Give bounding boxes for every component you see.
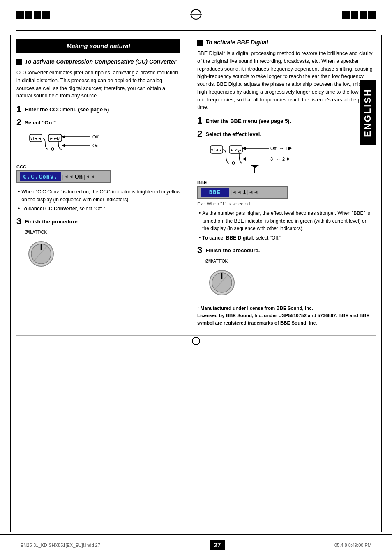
bottom-bar: EN25-31_KD-SHX851[EX_EU]f.indd 27 27 05.…	[0, 534, 392, 555]
page-number: 27	[210, 540, 225, 550]
ccc-bullet-1: • When "C.C.Conv." is turned on, the CCC…	[18, 188, 180, 203]
bottom-crosshair	[191, 336, 201, 347]
ccc-label: CCC	[16, 164, 180, 169]
ccc-value-display: On	[75, 173, 83, 180]
ccc-right-icon: |◄◄	[84, 174, 95, 180]
bbe-knob-svg	[205, 264, 238, 297]
svg-marker-33	[287, 157, 290, 161]
ccc-display-area: CCC C.C.Conv. |◄◄ On |◄◄	[16, 164, 180, 183]
ccc-bullet-2: • To cancel CC Converter, select "Off."	[18, 205, 180, 213]
top-left-marks	[16, 11, 50, 19]
svg-point-13	[51, 148, 54, 150]
svg-text:►►|∧: ►►|∧	[49, 136, 60, 140]
english-side-label: ENGLISH	[360, 80, 376, 145]
right-column: To activate BBE Digital BBE Digital* is …	[189, 39, 376, 327]
ccc-body-text: CC Converter eliminates jitter and rippl…	[16, 69, 180, 100]
ccc-knob-svg	[25, 235, 58, 268]
ccc-selector-diagram: ∨|◄◄ ►►|∧ Off On	[29, 131, 180, 161]
svg-text:↔: ↔	[276, 157, 281, 161]
svg-text:Off: Off	[92, 134, 99, 139]
bottom-crosshair-area	[16, 335, 376, 348]
right-margin-line	[381, 35, 382, 532]
svg-marker-23	[242, 147, 246, 150]
subsection-title-bbe: To activate BBE Digital	[197, 39, 376, 46]
left-column: Making sound natural To activate Compres…	[16, 39, 189, 327]
bbe-mid-icon: |◄◄	[231, 189, 242, 195]
bbe-right-icon: |◄◄	[247, 189, 258, 195]
step-2-bbe-text: Select the effect level.	[205, 129, 261, 137]
black-square-bbe-icon	[197, 40, 203, 46]
left-margin-line	[10, 35, 11, 532]
bottom-left-text: EN25-31_KD-SHX851[EX_EU]f.indd 27	[21, 543, 100, 548]
ccc-knob-area: Ø/II/ATT/OK	[25, 230, 180, 269]
step-2-text: Select "On."	[25, 118, 56, 126]
svg-marker-8	[62, 135, 65, 138]
step-3-bbe-num: 3	[197, 246, 202, 255]
svg-text:►►|∧: ►►|∧	[230, 148, 241, 152]
step-1-ccc: 1 Enter the CCC menu (see page 5).	[16, 105, 180, 114]
bbe-selector-diagram: ∨|◄◄ ►►|∧ Off ↔ 1 3 ↔ 2	[210, 143, 376, 177]
svg-text:∨|◄◄: ∨|◄◄	[211, 148, 222, 152]
section-title: Making sound natural	[16, 39, 180, 53]
bbe-bullets: • As the number gets higher, the effect …	[197, 210, 376, 242]
subsection-title-ccc: To activate Compression Compensative (CC…	[16, 58, 180, 65]
bbe-bullet-1: • As the number gets higher, the effect …	[199, 210, 376, 233]
svg-marker-27	[288, 147, 292, 150]
center-crosshair	[190, 8, 202, 22]
step-3-text: Finish the procedure.	[25, 217, 79, 225]
step-3-bbe-text: Finish the procedure.	[205, 246, 260, 253]
ccc-mid-icon: |◄◄	[62, 174, 74, 180]
step-2-num: 2	[16, 118, 21, 127]
step-2-ccc: 2 Select "On."	[16, 118, 180, 127]
svg-text:1: 1	[286, 146, 288, 151]
step-3-num: 3	[16, 217, 21, 226]
bbe-bullet-2: • To cancel BBE Digital, select "Off."	[199, 234, 376, 242]
bbe-ex-text: Ex.: When "1" is selected	[197, 201, 376, 206]
svg-text:3: 3	[270, 157, 273, 161]
bbe-label: BBE	[197, 180, 376, 185]
step-2-bbe: 2 Select the effect level.	[197, 129, 376, 138]
svg-text:2: 2	[282, 157, 285, 161]
bbe-value-display: 1	[243, 189, 246, 196]
step-1-bbe: 1 Enter the BBE menu (see page 5).	[197, 116, 376, 125]
bbe-knob-label: Ø/II/ATT/OK	[205, 259, 376, 263]
bbe-field-display: BBE	[201, 188, 229, 197]
bottom-right-text: 05.4.8 8:49:00 PM	[334, 543, 371, 548]
step-2-bbe-num: 2	[197, 129, 202, 138]
svg-point-34	[232, 162, 235, 164]
ccc-field-display: C.C.Conv.	[20, 172, 61, 181]
step-1-bbe-num: 1	[197, 116, 202, 125]
svg-marker-11	[62, 144, 65, 147]
step-1-num: 1	[16, 105, 21, 114]
bbe-footnote: * Manufactured under license from BBE So…	[197, 305, 376, 327]
step-1-bbe-text: Enter the BBE menu (see page 5).	[205, 116, 291, 124]
svg-text:On: On	[92, 143, 99, 148]
step-3-ccc: 3 Finish the procedure.	[16, 217, 180, 226]
black-square-icon	[16, 59, 22, 65]
top-right-marks	[342, 11, 376, 19]
step-3-bbe: 3 Finish the procedure.	[197, 246, 376, 255]
step-1-text: Enter the CCC menu (see page 5).	[25, 105, 111, 113]
svg-text:∨|◄◄: ∨|◄◄	[30, 136, 41, 140]
ccc-knob-label: Ø/II/ATT/OK	[25, 230, 180, 235]
svg-text:Off: Off	[270, 146, 277, 151]
svg-marker-29	[242, 157, 246, 161]
bbe-body-text: BBE Digital* is a digital processing met…	[197, 50, 376, 111]
bbe-knob-area: Ø/II/ATT/OK	[205, 259, 376, 298]
svg-text:↔: ↔	[279, 146, 284, 151]
bbe-display-area: BBE BBE |◄◄ 1 |◄◄	[197, 180, 376, 199]
ccc-bullets: • When "C.C.Conv." is turned on, the CCC…	[16, 188, 180, 213]
